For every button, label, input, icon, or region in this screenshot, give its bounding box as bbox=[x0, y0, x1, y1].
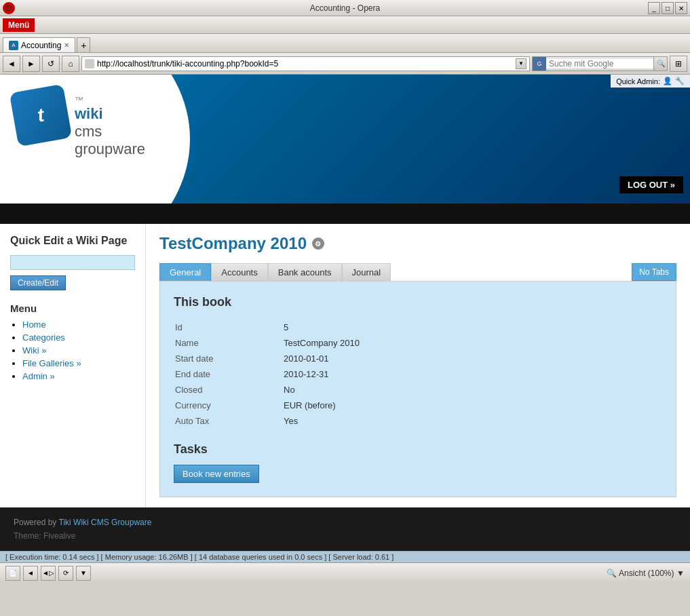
black-nav-bar bbox=[0, 204, 690, 224]
tab-accounts[interactable]: Accounts bbox=[211, 263, 267, 281]
zoom-text: 🔍 bbox=[607, 569, 619, 578]
bottom-left-controls: 📄 ◄ ◄▷ ⟳ ▼ bbox=[5, 566, 91, 581]
content-area: TestCompany 2010 ⚙ General Accounts Bank… bbox=[146, 224, 690, 507]
powered-by-text: Powered by bbox=[14, 518, 56, 527]
menu-title: Menu bbox=[10, 303, 135, 314]
tab-close-icon[interactable]: ✕ bbox=[64, 41, 69, 49]
table-row: Auto Tax Yes bbox=[174, 413, 662, 429]
create-edit-button[interactable]: Create/Edit bbox=[10, 275, 66, 290]
tab-content-general: This book Id 5 Name TestCompany 2010 Sta… bbox=[159, 281, 676, 497]
field-label-closed: Closed bbox=[174, 382, 282, 398]
browser-tab-accounting[interactable]: A Accounting ✕ bbox=[3, 37, 75, 52]
quick-admin-settings-icon: 🔧 bbox=[675, 77, 685, 85]
search-input[interactable] bbox=[546, 59, 653, 69]
bottom-nav-forward2[interactable]: ⟳ bbox=[58, 566, 73, 581]
browser-title: Accounting - Opera bbox=[310, 3, 380, 13]
back-button[interactable]: ◄ bbox=[3, 56, 20, 72]
field-value-id: 5 bbox=[282, 320, 662, 335]
opera-logo: O bbox=[3, 2, 15, 14]
tab-journal[interactable]: Journal bbox=[342, 263, 391, 281]
search-engine-icon[interactable]: G bbox=[533, 57, 546, 71]
home-button[interactable]: ⌂ bbox=[62, 56, 79, 72]
sidebar-item-categories[interactable]: Categories bbox=[22, 332, 65, 343]
tabs-row: General Accounts Bank acounts Journal No… bbox=[159, 263, 676, 281]
tasks-title: Tasks bbox=[174, 442, 662, 457]
bottom-bar: 📄 ◄ ◄▷ ⟳ ▼ 🔍 Ansicht (100%) ▼ bbox=[0, 562, 690, 583]
gear-icon[interactable]: ⚙ bbox=[312, 237, 324, 250]
theme-label: Theme: Fivealive bbox=[14, 531, 676, 541]
sidebar: Quick Edit a Wiki Page Create/Edit Menu … bbox=[0, 224, 146, 507]
bottom-page-icon[interactable]: 📄 bbox=[5, 566, 20, 581]
tab-bank-accounts[interactable]: Bank acounts bbox=[268, 263, 342, 281]
tabs-container: General Accounts Bank acounts Journal bbox=[159, 263, 391, 281]
browser-title-bar: O Accounting - Opera _ □ ✕ bbox=[0, 0, 690, 16]
field-label-start-date: Start date bbox=[174, 351, 282, 366]
field-value-auto-tax: Yes bbox=[282, 413, 662, 429]
book-section-title: This book bbox=[174, 295, 662, 309]
new-tab-button[interactable]: + bbox=[77, 37, 90, 52]
wiki-page-input[interactable] bbox=[10, 255, 135, 270]
wiki-label: wiki bbox=[75, 105, 145, 123]
table-row: Start date 2010-01-01 bbox=[174, 351, 662, 366]
sidebar-item-home[interactable]: Home bbox=[22, 320, 46, 330]
sidebar-item-file-galleries[interactable]: File Galleries » bbox=[22, 358, 81, 368]
logout-button[interactable]: LOG OUT » bbox=[619, 176, 683, 193]
field-label-auto-tax: Auto Tax bbox=[174, 413, 282, 429]
table-row: Name TestCompany 2010 bbox=[174, 335, 662, 351]
quick-admin-label: Quick Admin: bbox=[616, 77, 660, 85]
no-tabs-button[interactable]: No Tabs bbox=[632, 263, 676, 281]
cms-label: cms bbox=[75, 123, 145, 140]
list-item: Admin » bbox=[22, 371, 135, 381]
field-label-name: Name bbox=[174, 335, 282, 351]
field-value-end-date: 2010-12-31 bbox=[282, 366, 662, 382]
reload-button[interactable]: ↺ bbox=[42, 56, 60, 72]
list-item: Wiki » bbox=[22, 345, 135, 355]
field-label-currency: Currency bbox=[174, 398, 282, 413]
forward-button[interactable]: ► bbox=[22, 56, 40, 72]
field-label-id: Id bbox=[174, 320, 282, 335]
address-favicon bbox=[85, 59, 94, 69]
minimize-button[interactable]: _ bbox=[648, 2, 660, 14]
bottom-nav-forward1[interactable]: ◄▷ bbox=[41, 566, 56, 581]
search-submit-button[interactable]: 🔍 bbox=[653, 57, 667, 71]
powered-by: Powered by Tiki Wiki CMS Groupware bbox=[14, 518, 676, 527]
sidebar-item-wiki[interactable]: Wiki » bbox=[22, 345, 46, 355]
address-dropdown[interactable]: ▼ bbox=[516, 58, 526, 69]
quick-admin-bar: Quick Admin: 👤 🔧 bbox=[611, 75, 690, 88]
status-bar: [ Execution time: 0.14 secs ] [ Memory u… bbox=[0, 551, 690, 562]
sidebar-item-admin[interactable]: Admin » bbox=[22, 371, 55, 381]
field-value-name: TestCompany 2010 bbox=[282, 335, 662, 351]
page-title: TestCompany 2010 ⚙ bbox=[159, 234, 676, 253]
quick-admin-icon: 👤 bbox=[663, 77, 672, 85]
list-item: File Galleries » bbox=[22, 358, 135, 368]
nav-bar: ◄ ► ↺ ⌂ ▼ G 🔍 ⊞ bbox=[0, 53, 690, 75]
zoom-level: 🔍 Ansicht (100%) ▼ bbox=[607, 568, 685, 578]
field-value-start-date: 2010-01-01 bbox=[282, 351, 662, 366]
tiki-icon: t bbox=[9, 84, 73, 147]
tiki-link[interactable]: Tiki Wiki CMS Groupware bbox=[59, 518, 152, 527]
close-button[interactable]: ✕ bbox=[675, 2, 687, 14]
sidebar-title: Quick Edit a Wiki Page bbox=[10, 234, 135, 248]
tiki-label: ™ bbox=[75, 95, 145, 105]
sidebar-menu: Home Categories Wiki » File Galleries » … bbox=[10, 320, 135, 381]
tab-label: Accounting bbox=[21, 41, 61, 50]
tab-general[interactable]: General bbox=[159, 263, 211, 281]
table-row: Closed No bbox=[174, 382, 662, 398]
bottom-nav-back[interactable]: ◄ bbox=[23, 566, 38, 581]
site-footer: Powered by Tiki Wiki CMS Groupware Theme… bbox=[0, 507, 690, 551]
bottom-settings[interactable]: ▼ bbox=[76, 566, 91, 581]
list-item: Home bbox=[22, 320, 135, 330]
book-info-table: Id 5 Name TestCompany 2010 Start date 20… bbox=[174, 320, 662, 429]
tiki-text: ™ wiki cms groupware bbox=[75, 88, 145, 158]
zoom-dropdown-icon[interactable]: ▼ bbox=[676, 569, 685, 578]
maximize-button[interactable]: □ bbox=[662, 2, 674, 14]
tiki-logo: t ™ wiki cms groupware bbox=[14, 88, 145, 158]
opera-menu-button[interactable]: Menü bbox=[3, 18, 35, 32]
extensions-button[interactable]: ⊞ bbox=[670, 56, 687, 72]
main-layout: Quick Edit a Wiki Page Create/Edit Menu … bbox=[0, 224, 690, 507]
book-new-entries-button[interactable]: Book new entries bbox=[174, 465, 259, 483]
page-title-text: TestCompany 2010 bbox=[159, 234, 307, 253]
address-bar: ▼ bbox=[81, 56, 530, 71]
site-header: Quick Admin: 👤 🔧 t ™ wiki cms groupware … bbox=[0, 75, 690, 204]
address-input[interactable] bbox=[97, 59, 513, 69]
